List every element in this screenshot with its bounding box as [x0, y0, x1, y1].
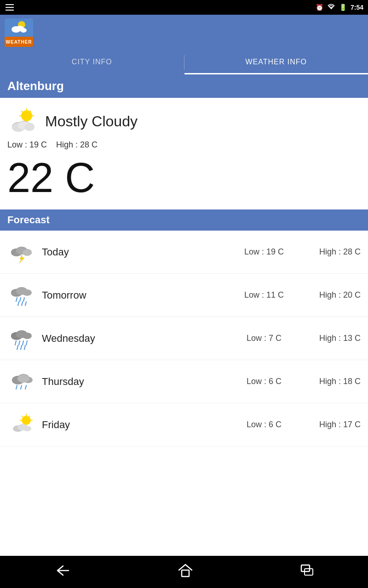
forecast-low-wednesday: Low : 7 C	[227, 334, 301, 343]
alarm-icon: ⏰	[316, 4, 323, 11]
svg-point-16	[24, 124, 34, 131]
svg-point-51	[17, 374, 29, 383]
svg-point-39	[16, 331, 27, 338]
forecast-low-thursday: Low : 6 C	[227, 377, 301, 386]
forecast-row-tomorrow: Tomorrow Low : 11 C High : 20 C	[0, 274, 368, 317]
app-logo: WEATHER	[5, 18, 33, 47]
status-bar: ⏰ 🔋 7:54	[0, 0, 368, 15]
forecast-icon-today	[7, 237, 37, 267]
svg-line-30	[20, 298, 21, 301]
city-header: Altenburg	[0, 74, 368, 98]
high-text: High : 28 C	[56, 140, 98, 149]
forecast-day-thursday: Thursday	[42, 376, 227, 388]
svg-point-22	[23, 249, 32, 256]
svg-line-54	[25, 385, 26, 389]
recent-button[interactable]	[291, 560, 323, 585]
tab-weather-info[interactable]: WEATHER INFO	[184, 51, 368, 74]
forecast-day-friday: Friday	[42, 419, 227, 431]
svg-line-33	[22, 302, 23, 305]
forecast-row-today: Today Low : 19 C High : 28 C	[0, 231, 368, 274]
forecast-high-friday: High : 17 C	[301, 420, 361, 430]
back-button[interactable]	[45, 560, 80, 585]
current-temperature: 22 C	[7, 157, 361, 198]
svg-line-43	[26, 341, 27, 345]
status-bar-right: ⏰ 🔋 7:54	[316, 4, 363, 11]
low-text: Low : 19 C	[7, 140, 47, 149]
svg-line-44	[17, 345, 18, 350]
forecast-row-wednesday: Wednesday Low : 7 C High : 13 C	[0, 317, 368, 360]
forecast-day-wednesday: Wednesday	[42, 333, 227, 345]
forecast-high-wednesday: High : 13 C	[301, 334, 361, 343]
svg-line-61	[29, 416, 30, 417]
current-weather-icon	[7, 105, 40, 137]
menu-icon	[5, 3, 15, 11]
forecast-row-friday: Friday Low : 6 C High : 17 C	[0, 403, 368, 447]
svg-rect-65	[182, 570, 189, 577]
weather-condition: Mostly Cloudy	[7, 105, 361, 137]
svg-point-28	[16, 288, 27, 295]
forecast-high-thursday: High : 18 C	[301, 377, 361, 386]
home-button[interactable]	[169, 559, 202, 585]
svg-line-41	[19, 341, 20, 345]
forecast-day-tomorrow: Tomorrow	[42, 289, 227, 301]
forecast-low-today: Low : 19 C	[227, 247, 301, 257]
svg-line-42	[23, 341, 23, 345]
low-high-text: Low : 19 C High : 28 C	[7, 140, 361, 150]
forecast-high-today: High : 28 C	[301, 247, 361, 257]
forecast-header: Forecast	[0, 209, 368, 231]
svg-line-52	[16, 385, 17, 389]
logo-bottom: WEATHER	[5, 37, 33, 47]
svg-point-64	[23, 426, 31, 431]
svg-line-53	[21, 385, 22, 389]
tab-city-info[interactable]: CITY INFO	[0, 51, 184, 74]
time-display: 7:54	[351, 4, 363, 11]
svg-point-3	[20, 28, 27, 33]
battery-icon: 🔋	[339, 4, 347, 11]
svg-line-40	[15, 341, 16, 345]
forecast-row-thursday: Thursday Low : 6 C High : 18 C	[0, 360, 368, 403]
svg-line-29	[16, 298, 17, 301]
tabs: CITY INFO WEATHER INFO	[0, 51, 368, 74]
svg-line-45	[21, 345, 22, 350]
svg-line-31	[23, 298, 24, 301]
svg-marker-23	[19, 255, 24, 263]
svg-line-32	[18, 302, 19, 305]
forecast-icon-wednesday	[7, 323, 37, 353]
forecast-list: Today Low : 19 C High : 28 C Tomorrow	[0, 231, 368, 556]
current-weather: Mostly Cloudy Low : 19 C High : 28 C 22 …	[0, 98, 368, 209]
svg-line-34	[25, 302, 26, 305]
forecast-icon-friday	[7, 410, 37, 440]
forecast-low-friday: Low : 6 C	[227, 420, 301, 430]
status-bar-left	[5, 3, 15, 11]
bottom-nav	[0, 556, 368, 588]
city-name: Altenburg	[7, 79, 64, 93]
forecast-low-tomorrow: Low : 11 C	[227, 290, 301, 300]
logo-top	[5, 18, 33, 37]
forecast-day-today: Today	[42, 246, 227, 258]
forecast-icon-thursday	[7, 367, 37, 396]
app-header: WEATHER	[0, 15, 368, 51]
svg-line-60	[22, 416, 23, 417]
forecast-high-tomorrow: High : 20 C	[301, 290, 361, 300]
svg-line-9	[21, 111, 23, 112]
svg-point-4	[21, 110, 32, 121]
forecast-icon-tomorrow	[7, 280, 37, 310]
wifi-icon	[327, 4, 335, 11]
condition-text: Mostly Cloudy	[45, 113, 138, 130]
svg-line-46	[24, 345, 25, 350]
svg-line-10	[29, 111, 31, 112]
